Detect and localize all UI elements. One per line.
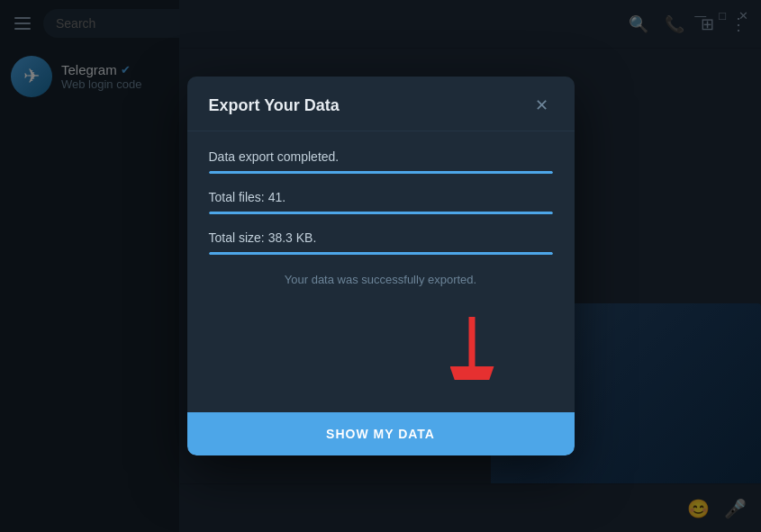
arrow-section: [209, 308, 553, 380]
modal-header: Export Your Data ✕: [187, 77, 575, 131]
progress-fill-completed: [209, 171, 553, 174]
modal-close-button[interactable]: ✕: [531, 95, 553, 116]
export-item-size: Total size: 38.3 KB.: [209, 230, 553, 255]
modal-overlay: Export Your Data ✕ Data export completed…: [0, 0, 761, 532]
app-container: ✈ Telegram ✔ Web login code — □ ✕ 🔍 📞 ⊞ …: [0, 0, 761, 532]
progress-bar-files: [209, 212, 553, 214]
export-label-size: Total size: 38.3 KB.: [209, 230, 553, 245]
export-item-completed: Data export completed.: [209, 149, 553, 174]
success-message: Your data was successfully exported.: [209, 273, 553, 286]
modal-body: Data export completed. Total files: 41. …: [187, 131, 575, 398]
progress-bar-size: [209, 252, 553, 255]
progress-fill-files: [209, 212, 553, 214]
red-arrow-icon: [445, 312, 499, 380]
progress-bar-completed: [209, 171, 553, 174]
export-modal: Export Your Data ✕ Data export completed…: [187, 77, 575, 455]
export-label-completed: Data export completed.: [209, 149, 553, 164]
progress-fill-size: [209, 252, 553, 255]
show-my-data-button[interactable]: SHOW MY DATA: [187, 412, 575, 455]
export-item-files: Total files: 41.: [209, 190, 553, 214]
export-label-files: Total files: 41.: [209, 190, 553, 204]
modal-title: Export Your Data: [209, 96, 340, 115]
